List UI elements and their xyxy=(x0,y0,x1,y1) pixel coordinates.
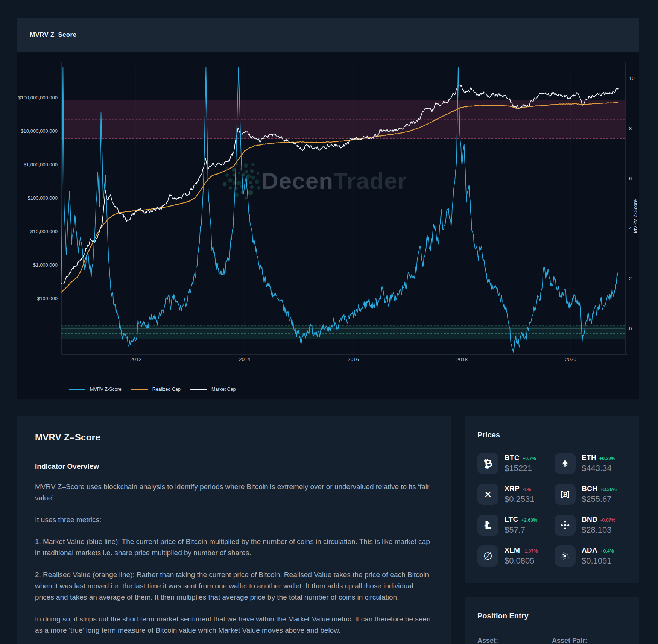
legend-label: Realized Cap xyxy=(152,387,181,392)
price-symbol: BNB xyxy=(582,515,597,524)
price-value: $0.0805 xyxy=(505,556,538,566)
price-change: +3.36% xyxy=(600,487,617,492)
eth-icon xyxy=(555,453,576,474)
svg-text:DecenTrader: DecenTrader xyxy=(261,168,407,194)
price-change: +2.63% xyxy=(521,518,537,523)
y-left-tick-label: $1,000,000,000 xyxy=(24,162,58,167)
price-change: +0.22% xyxy=(599,456,615,461)
legend-item-market-cap[interactable]: Market Cap xyxy=(190,387,236,392)
chart-title: MVRV Z–Score xyxy=(30,31,76,39)
price-item-bch[interactable]: ₿BCH+3.36%$255.67 xyxy=(555,484,626,505)
y-left-tick-label: $10,000,000,000 xyxy=(21,128,58,134)
x-axis-year-label: 2014 xyxy=(239,357,251,362)
bch-icon: ₿ xyxy=(555,484,576,505)
legend-swatch xyxy=(131,389,148,390)
y-right-tick-label: 10 xyxy=(629,76,634,81)
price-symbol: BCH xyxy=(582,485,597,493)
mvrv-chart-card: MVRV Z–Score DecenTrader$100,000,000,000… xyxy=(17,18,639,399)
x-axis-year-label: 2016 xyxy=(348,357,359,362)
indicator-info-card: MVRV Z–Score Indicator Overview MVRV Z–S… xyxy=(17,416,451,644)
y-left-tick-label: $1,000,000 xyxy=(33,262,58,268)
info-paragraphs: MVRV Z–Score uses blockchain analysis to… xyxy=(35,481,433,636)
legend-swatch xyxy=(69,389,85,390)
y-right-tick-label: 8 xyxy=(629,126,632,131)
bnb-icon xyxy=(555,515,576,536)
price-change: -1.07% xyxy=(523,548,538,554)
price-value: $0.1051 xyxy=(582,556,614,566)
svg-text:₿: ₿ xyxy=(563,491,568,498)
price-symbol: LTC xyxy=(505,515,518,524)
asset-label: Asset: xyxy=(477,637,552,644)
decentrader-page: { "chart_card": { "title": "MVRV Z–Score… xyxy=(0,0,658,644)
mvrv-zscore-chart-canvas[interactable]: DecenTrader$100,000,000,000$10,000,000,0… xyxy=(17,52,639,399)
x-axis-year-label: 2020 xyxy=(565,357,576,362)
prices-heading: Prices xyxy=(477,431,626,439)
xrp-icon: ✕ xyxy=(477,484,498,505)
price-symbol: XLM xyxy=(505,546,520,554)
legend-item-mvrv-z-score[interactable]: MVRV Z-Score xyxy=(69,387,122,392)
price-item-ltc[interactable]: ŁLTC+2.63%$57.7 xyxy=(477,515,549,536)
price-change: -0.07% xyxy=(600,518,615,523)
btc-icon: ₿ xyxy=(477,453,498,474)
asset-pair-label: Asset Pair: xyxy=(552,637,626,644)
y-right-tick-label: 4 xyxy=(629,226,632,231)
chart-body: DecenTrader$100,000,000,000$10,000,000,0… xyxy=(17,52,639,399)
position-entry-card: Position Entry Asset:Asset Pair: xyxy=(465,597,639,644)
price-item-bnb[interactable]: BNB-0.07%$28.103 xyxy=(555,515,626,536)
info-paragraph: It uses three metrics: xyxy=(35,514,433,526)
price-item-eth[interactable]: ETH+0.22%$443.34 xyxy=(555,453,626,474)
xlm-icon: ∅ xyxy=(477,545,498,567)
ltc-icon: Ł xyxy=(477,515,498,536)
price-value: $28.103 xyxy=(582,525,615,535)
y-left-tick-label: $100,000,000 xyxy=(27,195,58,201)
y-right-axis-title: MVRV Z-Score xyxy=(632,199,638,234)
position-entry-labels: Asset:Asset Pair: xyxy=(477,637,626,644)
x-axis-year-label: 2012 xyxy=(130,357,141,362)
price-value: $443.34 xyxy=(582,463,615,473)
y-left-tick-label: $100,000 xyxy=(37,296,58,301)
price-value: $0.2531 xyxy=(505,494,535,504)
info-paragraph: In doing so, it strips out the short ter… xyxy=(35,614,433,636)
legend-item-realized-cap[interactable]: Realized Cap xyxy=(131,387,181,392)
price-symbol: ADA xyxy=(582,546,597,554)
ada-icon xyxy=(555,545,576,567)
price-item-xlm[interactable]: ∅XLM-1.07%$0.0805 xyxy=(477,545,549,567)
legend-label: MVRV Z-Score xyxy=(90,387,122,392)
price-change: -1% xyxy=(523,487,531,492)
price-symbol: ETH xyxy=(582,454,596,462)
legend-label: Market Cap xyxy=(211,387,236,392)
y-right-tick-label: 2 xyxy=(629,276,632,281)
info-paragraph: 2. Realised Value (orange line): Rather … xyxy=(35,569,433,603)
price-value: $15221 xyxy=(505,463,536,473)
price-item-btc[interactable]: ₿BTC+0.7%$15221 xyxy=(477,453,549,474)
prices-grid: ₿BTC+0.7%$15221ETH+0.22%$443.34✕XRP-1%$0… xyxy=(477,453,626,567)
price-value: $57.7 xyxy=(505,525,537,535)
info-heading: MVRV Z–Score xyxy=(35,432,433,443)
y-left-tick-label: $10,000,000 xyxy=(30,229,58,234)
side-column: Prices ₿BTC+0.7%$15221ETH+0.22%$443.34✕X… xyxy=(465,416,639,644)
price-value: $255.67 xyxy=(582,494,617,504)
price-symbol: XRP xyxy=(505,485,520,493)
price-item-ada[interactable]: ADA+0.4%$0.1051 xyxy=(555,545,626,567)
info-subheading: Indicator Overview xyxy=(35,462,433,471)
x-axis-year-label: 2018 xyxy=(456,357,468,362)
info-paragraph: 1. Market Value (blue line): The current… xyxy=(35,536,433,559)
price-change: +0.7% xyxy=(523,456,536,461)
chart-header: MVRV Z–Score xyxy=(17,18,639,52)
price-item-xrp[interactable]: ✕XRP-1%$0.2531 xyxy=(477,484,549,505)
y-right-tick-label: 0 xyxy=(629,326,632,331)
legend-swatch xyxy=(190,389,207,390)
prices-card: Prices ₿BTC+0.7%$15221ETH+0.22%$443.34✕X… xyxy=(465,416,639,583)
y-left-tick-label: $100,000,000,000 xyxy=(18,95,58,100)
price-symbol: BTC xyxy=(505,454,520,462)
info-paragraph: MVRV Z–Score uses blockchain analysis to… xyxy=(35,481,433,504)
chart-legend: MVRV Z-ScoreRealized CapMarket Cap xyxy=(69,387,236,392)
y-right-tick-label: 6 xyxy=(629,176,632,181)
position-entry-heading: Position Entry xyxy=(477,612,626,620)
price-change: +0.4% xyxy=(600,548,614,554)
